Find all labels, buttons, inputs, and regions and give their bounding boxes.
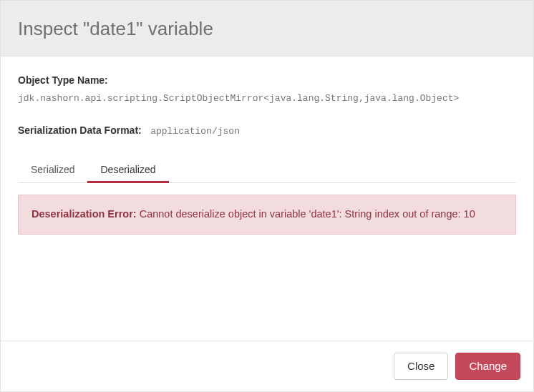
tab-serialized[interactable]: Serialized xyxy=(18,157,87,182)
object-type-label: Object Type Name: xyxy=(18,74,108,86)
deserialization-error-panel: Deserialization Error: Cannot deserializ… xyxy=(18,195,516,235)
object-type-value: jdk.nashorn.api.scripting.ScriptObjectMi… xyxy=(18,93,516,104)
serialization-format-field: Serialization Data Format: application/j… xyxy=(18,124,516,137)
error-message: Cannot deserialize object in variable 'd… xyxy=(140,208,475,220)
inspect-variable-dialog: Inspect "date1" variable Object Type Nam… xyxy=(0,0,534,392)
dialog-title: Inspect "date1" variable xyxy=(18,18,516,40)
dialog-header: Inspect "date1" variable xyxy=(1,1,533,57)
dialog-body: Object Type Name: jdk.nashorn.api.script… xyxy=(1,57,533,340)
change-button[interactable]: Change xyxy=(455,353,520,380)
serialization-format-value: application/json xyxy=(150,126,240,137)
tab-deserialized[interactable]: Deserialized xyxy=(87,157,168,182)
error-label: Deserialization Error: xyxy=(31,208,137,220)
dialog-footer: Close Change xyxy=(1,340,533,391)
close-button[interactable]: Close xyxy=(394,353,448,380)
serialization-format-label: Serialization Data Format: xyxy=(18,124,142,136)
serialization-tabs: Serialized Deserialized xyxy=(18,157,516,183)
object-type-field: Object Type Name: jdk.nashorn.api.script… xyxy=(18,74,516,104)
